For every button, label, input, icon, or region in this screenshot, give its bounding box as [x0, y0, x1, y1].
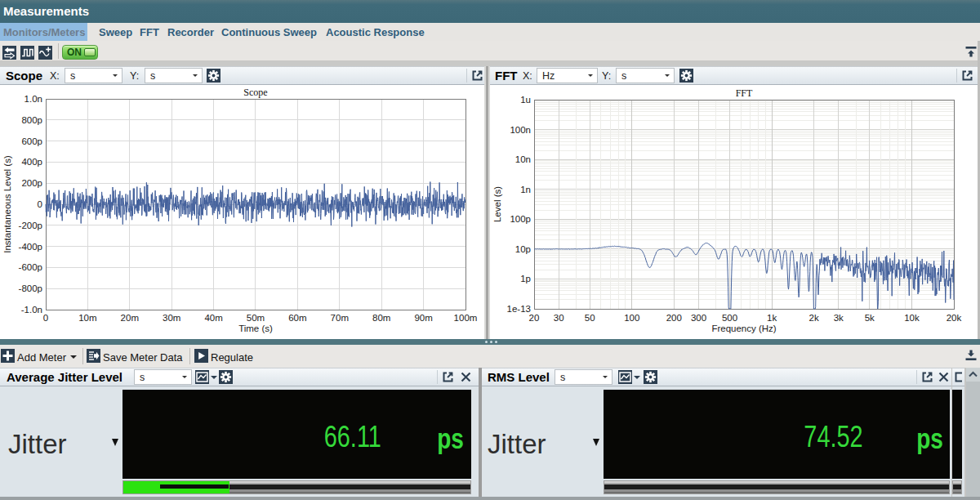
- svg-text:90m: 90m: [414, 313, 432, 323]
- svg-text:600p: 600p: [21, 136, 42, 146]
- svg-text:Level (s): Level (s): [492, 186, 502, 222]
- svg-text:Scope: Scope: [243, 87, 267, 98]
- svg-text:0: 0: [43, 313, 48, 323]
- svg-text:-600p: -600p: [19, 262, 42, 272]
- svg-text:1k: 1k: [767, 313, 777, 323]
- svg-text:300: 300: [691, 313, 706, 323]
- svg-text:10p: 10p: [515, 244, 531, 254]
- svg-text:50: 50: [585, 313, 595, 323]
- svg-text:100: 100: [624, 313, 639, 323]
- svg-text:30: 30: [554, 313, 564, 323]
- svg-text:500: 500: [722, 313, 737, 323]
- svg-text:200p: 200p: [21, 178, 42, 188]
- svg-text:-1.0n: -1.0n: [21, 305, 42, 315]
- svg-text:60m: 60m: [288, 313, 306, 323]
- svg-text:20k: 20k: [947, 313, 962, 323]
- svg-text:20m: 20m: [121, 313, 139, 323]
- svg-text:FFT: FFT: [736, 87, 753, 99]
- svg-text:-800p: -800p: [19, 283, 42, 293]
- svg-text:10k: 10k: [904, 313, 920, 323]
- svg-text:5k: 5k: [865, 313, 875, 323]
- svg-text:Instantaneous Level (s): Instantaneous Level (s): [2, 155, 12, 253]
- svg-text:100p: 100p: [510, 214, 531, 224]
- svg-text:Frequency (Hz): Frequency (Hz): [711, 324, 776, 333]
- svg-text:200: 200: [666, 313, 682, 323]
- svg-text:1e-13: 1e-13: [507, 304, 531, 314]
- svg-text:1u: 1u: [520, 95, 531, 105]
- svg-text:3k: 3k: [834, 313, 844, 323]
- svg-text:0: 0: [38, 199, 42, 209]
- svg-text:Time (s): Time (s): [238, 324, 273, 333]
- svg-text:800p: 800p: [21, 115, 42, 125]
- svg-text:2k: 2k: [809, 313, 819, 323]
- svg-text:10n: 10n: [515, 154, 531, 164]
- svg-text:10m: 10m: [78, 313, 96, 323]
- svg-text:-200p: -200p: [19, 221, 42, 230]
- svg-text:-400p: -400p: [19, 242, 42, 252]
- svg-text:30m: 30m: [163, 313, 180, 323]
- svg-text:50m: 50m: [247, 313, 265, 323]
- svg-text:80m: 80m: [372, 313, 390, 323]
- svg-text:400p: 400p: [21, 157, 42, 167]
- svg-text:100n: 100n: [510, 125, 531, 135]
- svg-text:70m: 70m: [331, 313, 349, 323]
- svg-text:1.0n: 1.0n: [24, 94, 42, 104]
- svg-text:100m: 100m: [454, 313, 478, 323]
- svg-text:20: 20: [529, 313, 540, 323]
- svg-text:1p: 1p: [520, 274, 531, 283]
- svg-text:40m: 40m: [204, 313, 222, 323]
- svg-text:1n: 1n: [520, 185, 531, 194]
